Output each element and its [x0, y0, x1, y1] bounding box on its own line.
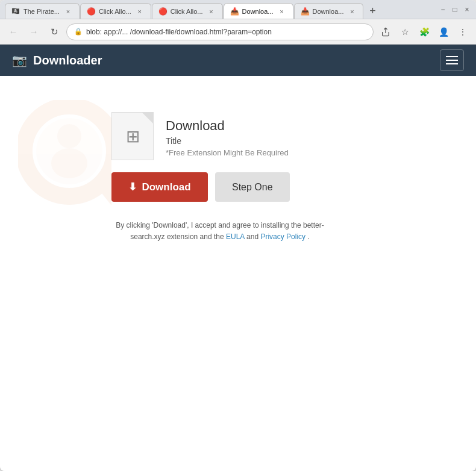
hamburger-button[interactable]	[440, 49, 464, 71]
tab-favicon-download-active: 📥	[230, 7, 239, 16]
lock-icon: 🔒	[74, 28, 83, 36]
svg-point-0	[24, 106, 114, 196]
download-button[interactable]: ⬇ Download	[111, 172, 208, 202]
svg-point-4	[51, 148, 87, 178]
share-button[interactable]	[377, 23, 394, 40]
nav-bar: ← → ↻ 🔒 blob: app://... /download-file/d…	[0, 19, 476, 45]
new-tab-button[interactable]: +	[364, 3, 381, 19]
download-card: ⊞ Download Title *Free Extension Might B…	[111, 112, 365, 243]
tab-close-pirate[interactable]: ×	[63, 7, 73, 16]
privacy-policy-link[interactable]: Privacy Policy	[260, 232, 307, 241]
camera-icon: 📷	[12, 53, 27, 67]
download-btn-icon: ⬇	[128, 181, 137, 193]
legal-period: .	[307, 232, 309, 241]
tab-label-click2: Click Allo...	[171, 8, 203, 15]
close-button[interactable]: ×	[463, 5, 471, 14]
hamburger-line-3	[446, 63, 458, 64]
extension-note: *Free Extension Might Be Required	[166, 148, 289, 157]
legal-text-container: By clicking 'Download', I accept and agr…	[111, 220, 328, 243]
app-brand: 📷 Downloader	[12, 53, 102, 67]
tab-favicon-click2: 🔴	[158, 7, 167, 16]
app-header: 📷 Downloader	[0, 45, 476, 76]
address-bar[interactable]: 🔒 blob: app://... /download-file/downloa…	[66, 23, 374, 40]
file-fold	[142, 113, 153, 123]
page-content: 📷 Downloader	[0, 45, 476, 471]
hamburger-line-2	[446, 60, 458, 61]
tab-favicon-click1: 🔴	[87, 7, 95, 16]
step-one-button[interactable]: Step One	[215, 172, 290, 202]
profile-button[interactable]: 👤	[435, 23, 452, 40]
tab-favicon-pirate: 🏴‍☠️	[11, 7, 20, 16]
svg-point-3	[57, 124, 81, 148]
maximize-button[interactable]: □	[451, 5, 459, 14]
file-title: Title	[166, 136, 289, 146]
zip-icon: ⊞	[126, 126, 140, 146]
tab-favicon-download2: 📥	[301, 7, 309, 16]
tab-close-click1[interactable]: ×	[135, 7, 145, 16]
nav-actions: ☆ 🧩 👤 ⋮	[377, 23, 471, 40]
tab-click1[interactable]: 🔴 Click Allo... ×	[80, 3, 151, 19]
download-heading: Download	[166, 118, 289, 134]
download-btn-label: Download	[142, 181, 190, 193]
extensions-button[interactable]: 🧩	[416, 23, 433, 40]
tab-click2[interactable]: 🔴 Click Allo... ×	[152, 3, 223, 19]
card-buttons: ⬇ Download Step One	[111, 172, 365, 202]
eula-link-label: EULA	[226, 232, 245, 241]
window-controls: − □ ×	[439, 5, 471, 14]
address-text: blob: app://... /download-file/download.…	[86, 28, 272, 36]
hamburger-line-1	[446, 56, 458, 57]
tab-close-download-active[interactable]: ×	[277, 7, 287, 16]
brand-name: Downloader	[33, 54, 102, 67]
tab-label-pirate: The Pirate...	[23, 8, 60, 15]
svg-point-1	[36, 118, 102, 184]
tab-download2[interactable]: 📥 Downloa... ×	[294, 3, 364, 19]
tab-label-click1: Click Allo...	[99, 8, 131, 15]
tab-bar: 🏴‍☠️ The Pirate... × 🔴 Click Allo... × 🔴…	[5, 0, 436, 19]
tab-download-active[interactable]: 📥 Downloa... ×	[224, 3, 293, 19]
title-bar: 🏴‍☠️ The Pirate... × 🔴 Click Allo... × 🔴…	[0, 0, 476, 19]
tab-close-download2[interactable]: ×	[347, 7, 357, 16]
tab-label-download2: Downloa...	[313, 8, 344, 15]
reload-button[interactable]: ↻	[46, 23, 63, 40]
main-area: / RISK.COM ⊞ Download Title	[0, 76, 476, 267]
legal-and: and	[246, 232, 258, 241]
file-icon: ⊞	[111, 112, 154, 160]
eula-link[interactable]: EULA	[226, 232, 246, 241]
tab-close-click2[interactable]: ×	[207, 7, 216, 16]
menu-button[interactable]: ⋮	[454, 23, 471, 40]
card-info: Download Title *Free Extension Might Be …	[166, 112, 289, 157]
back-button[interactable]: ←	[5, 23, 22, 40]
forward-button[interactable]: →	[25, 23, 42, 40]
card-top: ⊞ Download Title *Free Extension Might B…	[111, 112, 289, 160]
privacy-policy-label: Privacy Policy	[260, 232, 305, 241]
minimize-button[interactable]: −	[439, 5, 447, 14]
browser-window: 🏴‍☠️ The Pirate... × 🔴 Click Allo... × 🔴…	[0, 0, 476, 471]
tab-pirate[interactable]: 🏴‍☠️ The Pirate... ×	[5, 3, 80, 19]
tab-label-download-active: Downloa...	[242, 8, 274, 15]
bookmark-button[interactable]: ☆	[396, 23, 413, 40]
step-btn-label: Step One	[232, 182, 273, 192]
